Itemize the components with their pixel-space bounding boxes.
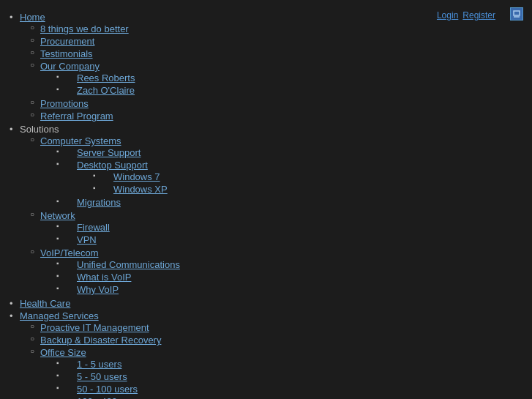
- nav-item-managed-services: Managed Services Proactive IT Management…: [10, 310, 528, 399]
- nav-item-voip-telecom: VoIP/Telecom Unified Communications What…: [20, 247, 528, 297]
- main-nav: Home 8 things we do better Procurement T…: [4, 11, 528, 399]
- office-size-link[interactable]: Office Size: [40, 347, 86, 358]
- nav-item-health-care: Health Care: [10, 297, 528, 310]
- server-support-link[interactable]: Server Support: [77, 147, 141, 158]
- windows7-link[interactable]: Windows 7: [113, 171, 160, 182]
- nav-item-network: Network Firewall VPN: [20, 209, 528, 247]
- nav-item-vpn: VPN: [56, 234, 528, 246]
- promotions-link[interactable]: Promotions: [40, 98, 89, 109]
- network-link[interactable]: Network: [40, 210, 75, 221]
- desktop-support-link[interactable]: Desktop Support: [77, 160, 148, 171]
- backup-disaster-link[interactable]: Backup & Disaster Recovery: [40, 335, 161, 346]
- 100-400-users-link[interactable]: 100 - 400 users: [77, 396, 143, 399]
- nav-level2-home: 8 things we do better Procurement Testim…: [20, 23, 528, 122]
- voip-telecom-link[interactable]: VoIP/Telecom: [40, 247, 99, 258]
- 5-50-users-link[interactable]: 5 - 50 users: [77, 371, 127, 382]
- 50-100-users-link[interactable]: 50 - 100 users: [77, 384, 138, 395]
- computer-systems-link[interactable]: Computer Systems: [40, 135, 121, 146]
- firewall-link[interactable]: Firewall: [77, 222, 110, 233]
- nav-item-backup-disaster: Backup & Disaster Recovery: [20, 334, 528, 346]
- why-voip-link[interactable]: Why VoIP: [77, 284, 119, 295]
- nav-item-what-is-voip: What is VoIP: [56, 271, 528, 283]
- nav-level2-solutions: Computer Systems Server Support Desktop …: [20, 135, 528, 297]
- nav-item-office-size: Office Size 1 - 5 users 5 - 50 users 50 …: [20, 346, 528, 399]
- procurement-link[interactable]: Procurement: [40, 36, 94, 47]
- nav-level1: Home 8 things we do better Procurement T…: [10, 11, 528, 399]
- nav-item-zach-oclaire: Zach O'Claire: [56, 84, 528, 97]
- nav-item-home: Home 8 things we do better Procurement T…: [10, 11, 528, 123]
- proactive-it-link[interactable]: Proactive IT Management: [40, 322, 149, 333]
- nav-item-100-400-users: 100 - 400 users: [56, 395, 528, 399]
- nav-item-promotions: Promotions: [20, 97, 528, 110]
- windowsxp-link[interactable]: Windows XP: [113, 184, 168, 195]
- nav-item-procurement: Procurement: [20, 35, 528, 48]
- referral-link[interactable]: Referral Program: [40, 111, 113, 122]
- nav-item-8things: 8 things we do better: [20, 23, 528, 35]
- nav-item-computer-systems: Computer Systems Server Support Desktop …: [20, 135, 528, 209]
- nav-item-rees-roberts: Rees Roberts: [56, 72, 528, 84]
- nav-level4-desktop: Windows 7 Windows XP: [93, 171, 528, 195]
- nav-level2-managed: Proactive IT Management Backup & Disaste…: [20, 321, 528, 399]
- our-company-link[interactable]: Our Company: [40, 61, 100, 72]
- nav-level3-office-size: 1 - 5 users 5 - 50 users 50 - 100 users …: [56, 358, 528, 399]
- nav-level3-our-company: Rees Roberts Zach O'Claire: [56, 72, 528, 97]
- nav-item-50-100-users: 50 - 100 users: [56, 383, 528, 395]
- health-care-link[interactable]: Health Care: [20, 298, 70, 309]
- nav-item-solutions: Solutions Computer Systems Server Suppor…: [10, 123, 528, 297]
- nav-item-5-50-users: 5 - 50 users: [56, 370, 528, 383]
- testimonials-link[interactable]: Testimonials: [40, 48, 93, 59]
- nav-item-testimonials: Testimonials: [20, 48, 528, 60]
- nav-item-migrations: Migrations: [56, 196, 528, 209]
- nav-item-1-5-users: 1 - 5 users: [56, 358, 528, 370]
- unified-comm-link[interactable]: Unified Communications: [77, 259, 180, 270]
- nav-level3-computer-systems: Server Support Desktop Support Windows 7: [56, 146, 528, 209]
- what-is-voip-link[interactable]: What is VoIP: [77, 272, 131, 283]
- nav-item-server-support: Server Support: [56, 146, 528, 159]
- home-link[interactable]: Home: [20, 12, 45, 23]
- nav-item-our-company: Our Company Rees Roberts Zach O'Claire: [20, 60, 528, 97]
- nav-item-unified-comm: Unified Communications: [56, 258, 528, 271]
- migrations-link[interactable]: Migrations: [77, 197, 121, 208]
- zach-oclaire-link[interactable]: Zach O'Claire: [77, 85, 135, 96]
- nav-item-desktop-support: Desktop Support Windows 7 Windows XP: [56, 159, 528, 196]
- managed-services-link[interactable]: Managed Services: [20, 310, 99, 321]
- nav-item-proactive-it: Proactive IT Management: [20, 321, 528, 334]
- solutions-label: Solutions: [20, 124, 59, 135]
- page-container: Login Register Home 8 things we do bette…: [0, 0, 532, 399]
- nav-item-windowsxp: Windows XP: [93, 183, 528, 195]
- nav-item-referral: Referral Program: [20, 110, 528, 122]
- rees-roberts-link[interactable]: Rees Roberts: [77, 72, 135, 83]
- vpn-link[interactable]: VPN: [77, 234, 97, 245]
- 1-5-users-link[interactable]: 1 - 5 users: [77, 359, 121, 370]
- nav-level3-network: Firewall VPN: [56, 221, 528, 246]
- nav-item-firewall: Firewall: [56, 221, 528, 234]
- nav-level3-voip: Unified Communications What is VoIP Why …: [56, 258, 528, 296]
- nav-item-why-voip: Why VoIP: [56, 283, 528, 296]
- 8things-link[interactable]: 8 things we do better: [40, 23, 129, 34]
- nav-item-windows7: Windows 7: [93, 171, 528, 183]
